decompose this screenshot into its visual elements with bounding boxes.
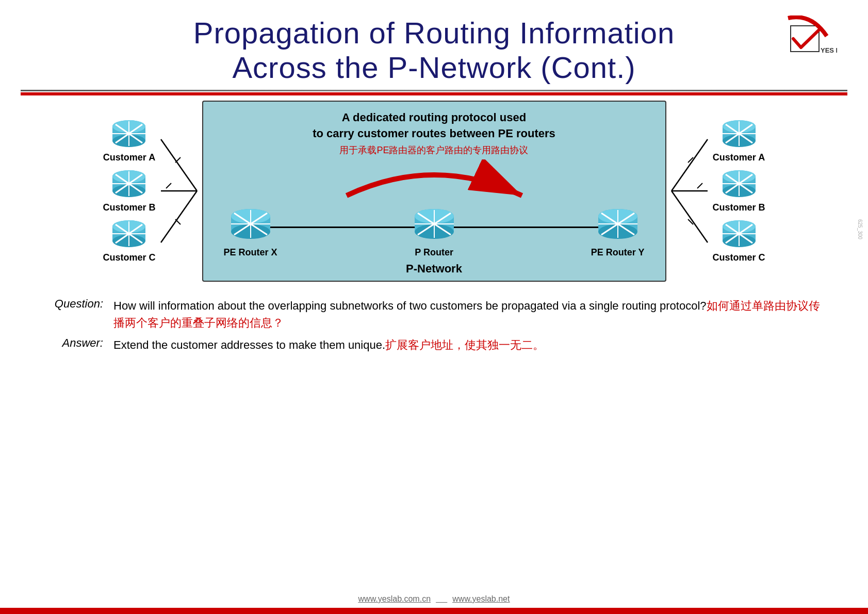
question-row: Question: How will information about the… <box>41 297 827 331</box>
left-connections <box>156 114 202 268</box>
question-label: Question: <box>41 297 103 331</box>
p-network-label: P-Network <box>406 262 462 276</box>
pe-router-x-label: PE Router X <box>224 247 277 258</box>
pe-router-y: PE Router Y <box>591 208 645 258</box>
routers-row: PE Router X P Router <box>214 208 655 258</box>
right-customer-c-label: Customer C <box>713 252 765 263</box>
left-customer-c: Customer C <box>103 219 155 263</box>
left-customer-column: Customer A Customer B <box>103 119 155 263</box>
right-customer-b-label: Customer B <box>713 202 765 213</box>
svg-text:YES LAB: YES LAB <box>821 46 837 54</box>
answer-label: Answer: <box>41 336 103 353</box>
diagram-area: Customer A Customer B <box>0 95 868 287</box>
right-connections <box>666 114 713 268</box>
left-customer-b: Customer B <box>103 169 155 213</box>
answer-text: Extend the customer addresses to make th… <box>113 336 827 353</box>
answer-chinese: 扩展客户地址，使其独一无二。 <box>385 338 544 351</box>
curved-arrow <box>326 159 543 203</box>
left-customer-a: Customer A <box>103 119 155 163</box>
svg-line-28 <box>161 191 197 243</box>
pe-router-x: PE Router X <box>224 208 277 258</box>
p-network-box: A dedicated routing protocol used to car… <box>202 101 666 282</box>
yes-lab-logo: YES LAB <box>775 15 837 57</box>
footer: www.yeslab.com.cn www.yeslab.net <box>0 590 868 614</box>
p-router-label: P Router <box>415 247 453 258</box>
right-customer-c: 625_300 Customer C <box>713 219 765 263</box>
svg-line-26 <box>161 139 197 191</box>
right-customer-b: Customer B <box>713 169 765 213</box>
title-line2: Across the P-Network (Cont.) <box>21 50 847 85</box>
footer-link1[interactable]: www.yeslab.com.cn <box>358 594 431 603</box>
right-customer-column: Customer A Customer B <box>713 119 765 263</box>
left-customer-a-label: Customer A <box>103 152 155 163</box>
pe-router-y-label: PE Router Y <box>591 247 645 258</box>
svg-line-30 <box>166 183 171 188</box>
qa-section: Question: How will information about the… <box>0 287 868 364</box>
routing-protocol-text: A dedicated routing protocol used to car… <box>313 110 555 142</box>
watermark: 625_300 <box>857 219 863 239</box>
title-line1: Propagation of Routing Information <box>21 15 847 50</box>
svg-line-61 <box>697 183 702 188</box>
footer-link2[interactable]: www.yeslab.net <box>452 594 510 603</box>
footer-red-bar <box>0 608 868 614</box>
question-text: How will information about the overlappi… <box>113 297 827 331</box>
left-customer-b-label: Customer B <box>103 202 155 213</box>
chinese-subtitle: 用于承载PE路由器的客户路由的专用路由协议 <box>339 144 528 156</box>
left-customer-c-label: Customer C <box>103 252 155 263</box>
svg-line-59 <box>672 191 708 243</box>
right-customer-a-label: Customer A <box>713 152 765 163</box>
title-section: Propagation of Routing Information Acros… <box>0 0 868 90</box>
right-customer-a: Customer A <box>713 119 765 163</box>
footer-links: www.yeslab.com.cn www.yeslab.net <box>0 590 868 608</box>
p-router: P Router <box>412 208 457 258</box>
answer-row: Answer: Extend the customer addresses to… <box>41 336 827 353</box>
